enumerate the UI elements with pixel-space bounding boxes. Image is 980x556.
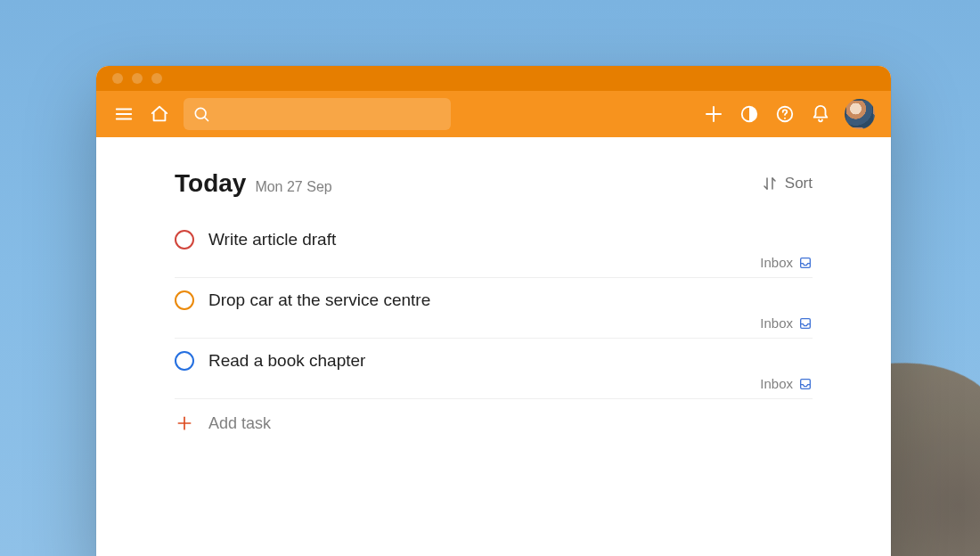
home-icon (150, 104, 169, 124)
sort-button[interactable]: Sort (762, 175, 813, 192)
window-titlebar (96, 66, 891, 91)
window-close-button[interactable] (112, 73, 123, 84)
task-project-label: Inbox (760, 315, 793, 331)
task-checkbox[interactable] (175, 230, 194, 249)
sort-arrows-icon (762, 176, 778, 192)
page-date: Mon 27 Sep (255, 179, 331, 195)
task-title: Drop car at the service centre (208, 290, 430, 310)
page-title: Today (175, 169, 246, 198)
inbox-icon (798, 256, 813, 270)
avatar[interactable] (845, 99, 875, 129)
menu-button[interactable] (112, 102, 135, 126)
task-project-label: Inbox (760, 255, 793, 270)
task-checkbox[interactable] (175, 351, 194, 371)
svg-line-4 (205, 118, 208, 121)
task-title: Write article draft (208, 230, 336, 249)
task-title: Read a book chapter (208, 351, 365, 371)
add-task-label: Add task (208, 414, 271, 433)
task-row[interactable]: Write article draftInbox (175, 217, 813, 278)
add-task-button[interactable]: Add task (175, 399, 813, 447)
task-list: Write article draftInboxDrop car at the … (175, 217, 813, 399)
window-zoom-button[interactable] (151, 73, 162, 84)
task-project[interactable]: Inbox (175, 315, 813, 331)
inbox-icon (798, 316, 813, 331)
quick-add-button[interactable] (702, 102, 725, 126)
task-row[interactable]: Read a book chapterInbox (175, 339, 813, 399)
help-button[interactable] (773, 102, 796, 126)
home-button[interactable] (148, 102, 171, 126)
plus-icon (175, 413, 194, 433)
notifications-button[interactable] (809, 102, 832, 126)
sort-label: Sort (785, 175, 813, 192)
search-input[interactable] (184, 98, 451, 130)
window-minimize-button[interactable] (132, 73, 143, 84)
plus-icon (703, 103, 724, 125)
help-icon (775, 104, 795, 124)
task-row[interactable]: Drop car at the service centreInbox (175, 278, 813, 339)
task-checkbox[interactable] (175, 290, 194, 310)
main-content: Today Mon 27 Sep Sort Write article draf… (96, 137, 891, 447)
task-project[interactable]: Inbox (175, 255, 813, 270)
toolbar (96, 91, 891, 137)
contrast-circle-icon (739, 104, 759, 124)
task-project-label: Inbox (760, 376, 793, 391)
app-window: Today Mon 27 Sep Sort Write article draf… (96, 66, 891, 556)
task-project[interactable]: Inbox (175, 376, 813, 391)
hamburger-icon (114, 104, 134, 124)
search-icon (192, 105, 210, 123)
inbox-icon (798, 377, 813, 391)
productivity-button[interactable] (738, 102, 761, 126)
view-header: Today Mon 27 Sep Sort (175, 169, 813, 198)
bell-icon (811, 104, 830, 124)
